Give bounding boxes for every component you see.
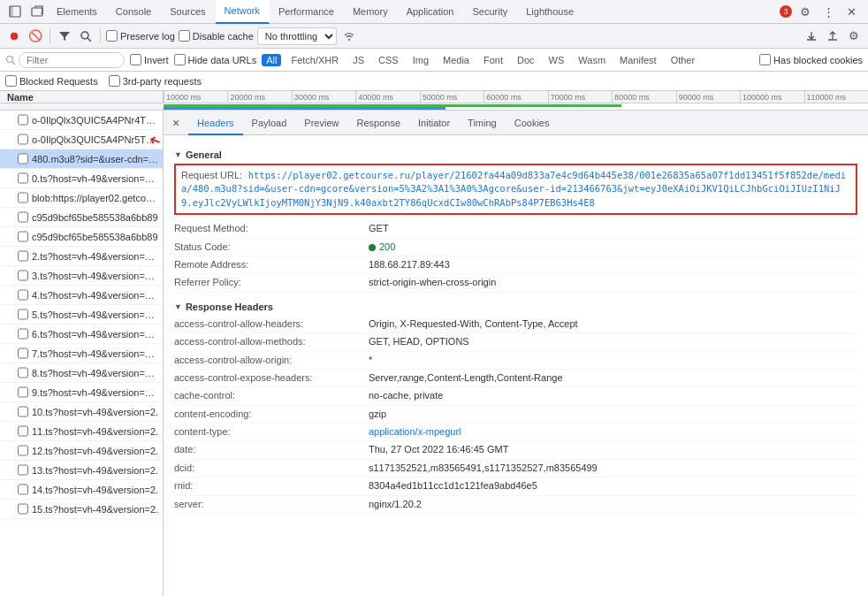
request-item-8[interactable]: 3.ts?host=vh-49&version=2&. <box>0 266 163 286</box>
filter-type-css[interactable]: CSS <box>374 54 403 66</box>
request-check-0[interactable] <box>18 114 28 126</box>
filter-type-font[interactable]: Font <box>479 54 507 66</box>
request-check-7[interactable] <box>18 250 28 262</box>
request-item-13[interactable]: 8.ts?host=vh-49&version=2&. <box>0 363 163 383</box>
request-item-0[interactable]: o-0IlpQlx3QUIC5A4PNr4TR... <box>0 111 163 130</box>
request-item-10[interactable]: 5.ts?host=vh-49&version=2&. <box>0 305 163 325</box>
filter-type-manifest[interactable]: Manifest <box>615 54 661 66</box>
filter-type-js[interactable]: JS <box>348 54 369 66</box>
request-check-2[interactable] <box>18 153 28 164</box>
request-item-2[interactable]: 480.m3u8?sid=&user-cdn=g... <box>0 149 163 169</box>
has-blocked-checkbox[interactable] <box>759 54 771 65</box>
tab-security[interactable]: Security <box>463 0 517 24</box>
request-check-19[interactable] <box>18 484 28 495</box>
request-item-6[interactable]: c95d9bcf65be585538a6bb89 <box>0 227 163 247</box>
disable-cache-label[interactable]: Disable cache <box>179 30 254 42</box>
detail-tab-timing[interactable]: Timing <box>459 111 506 135</box>
request-item-11[interactable]: 6.ts?host=vh-49&version=2&. <box>0 325 163 344</box>
request-item-5[interactable]: c95d9bcf65be585538a6bb89 <box>0 208 163 227</box>
tab-sources[interactable]: Sources <box>161 0 215 24</box>
request-url-value[interactable]: https://player02.getcourse.ru/player/216… <box>181 170 846 208</box>
network-conditions-icon[interactable] <box>340 27 358 45</box>
general-section-header[interactable]: ▼ General <box>174 149 857 160</box>
request-item-20[interactable]: 15.ts?host=vh-49&version=2. <box>0 500 163 519</box>
filter-input[interactable] <box>19 52 125 68</box>
request-check-8[interactable] <box>18 270 28 281</box>
request-check-9[interactable] <box>18 289 28 301</box>
request-check-1[interactable] <box>18 134 28 145</box>
filter-type-doc[interactable]: Doc <box>513 54 539 66</box>
preserve-log-label[interactable]: Preserve log <box>106 30 175 42</box>
request-item-4[interactable]: blob:https://player02.getcour... <box>0 188 163 208</box>
import-btn[interactable] <box>803 27 820 45</box>
request-item-17[interactable]: 12.ts?host=vh-49&version=2. <box>0 441 163 461</box>
request-check-18[interactable] <box>18 464 28 476</box>
third-party-checkbox[interactable] <box>109 75 120 87</box>
tab-elements[interactable]: Elements <box>48 0 107 24</box>
tab-network[interactable]: Network <box>216 0 270 24</box>
hide-data-urls-checkbox[interactable] <box>174 54 186 65</box>
detail-tab-payload[interactable]: Payload <box>243 111 296 135</box>
settings-network-btn[interactable]: ⚙ <box>845 27 863 45</box>
request-check-13[interactable] <box>18 367 28 378</box>
response-headers-section-header[interactable]: ▼ Response Headers <box>174 302 857 312</box>
request-item-16[interactable]: 11.ts?host=vh-49&version=2. <box>0 422 163 441</box>
detail-tab-headers[interactable]: Headers <box>188 111 243 135</box>
request-item-9[interactable]: 4.ts?host=vh-49&version=2&. <box>0 286 163 305</box>
request-check-16[interactable] <box>18 425 28 437</box>
tab-application[interactable]: Application <box>398 0 464 24</box>
request-item-12[interactable]: 7.ts?host=vh-49&version=2&. <box>0 344 163 363</box>
record-btn[interactable]: ⏺ <box>5 27 23 45</box>
request-check-12[interactable] <box>18 348 28 359</box>
request-check-10[interactable] <box>18 309 28 320</box>
blocked-requests-label[interactable]: Blocked Requests <box>5 75 98 87</box>
timeline-bar[interactable] <box>0 103 868 111</box>
filter-type-ws[interactable]: WS <box>544 54 569 66</box>
request-item-3[interactable]: 0.ts?host=vh-49&version=2&. <box>0 169 163 188</box>
tab-performance[interactable]: Performance <box>270 0 344 24</box>
invert-label[interactable]: Invert <box>130 54 169 65</box>
detail-tab-cookies[interactable]: Cookies <box>506 111 559 135</box>
request-check-3[interactable] <box>18 172 28 184</box>
invert-checkbox[interactable] <box>130 54 141 65</box>
filter-type-all[interactable]: All <box>262 54 281 66</box>
request-check-6[interactable] <box>18 231 28 242</box>
request-item-19[interactable]: 14.ts?host=vh-49&version=2. <box>0 480 163 500</box>
third-party-label[interactable]: 3rd-party requests <box>109 75 202 87</box>
tab-memory[interactable]: Memory <box>344 0 398 24</box>
preserve-log-checkbox[interactable] <box>106 30 118 42</box>
close-devtools-btn[interactable]: ✕ <box>841 2 861 21</box>
filter-type-img[interactable]: Img <box>408 54 433 66</box>
request-item-18[interactable]: 13.ts?host=vh-49&version=2. <box>0 461 163 480</box>
detail-tab-initiator[interactable]: Initiator <box>409 111 459 135</box>
detail-tab-response[interactable]: Response <box>347 111 409 135</box>
request-check-5[interactable] <box>18 211 28 223</box>
detail-tab-preview[interactable]: Preview <box>295 111 347 135</box>
request-item-14[interactable]: 9.ts?host=vh-49&version=2&. <box>0 383 163 402</box>
settings-icon-btn[interactable]: ⚙ <box>796 2 815 21</box>
request-item-7[interactable]: 2.ts?host=vh-49&version=2&. <box>0 247 163 266</box>
request-item-15[interactable]: 10.ts?host=vh-49&version=2. <box>0 402 163 422</box>
filter-type-wasm[interactable]: Wasm <box>574 54 610 66</box>
detail-close-btn[interactable]: × <box>167 114 185 132</box>
tab-lighthouse[interactable]: Lighthouse <box>517 0 583 24</box>
blocked-requests-checkbox[interactable] <box>5 75 17 87</box>
tab-dock-icon[interactable] <box>4 0 27 24</box>
disable-cache-checkbox[interactable] <box>179 30 190 42</box>
tab-console[interactable]: Console <box>107 0 161 24</box>
clear-btn[interactable]: 🚫 <box>27 27 44 45</box>
tab-undock-icon[interactable] <box>27 0 48 24</box>
request-item-1[interactable]: o-0IlpQlx3QUIC5A4PNr5TR... ➜ <box>0 130 163 149</box>
request-check-20[interactable] <box>18 503 28 515</box>
request-check-15[interactable] <box>18 406 28 417</box>
request-check-4[interactable] <box>18 192 28 203</box>
filter-icon-btn[interactable] <box>56 27 73 45</box>
request-check-14[interactable] <box>18 386 28 398</box>
request-check-17[interactable] <box>18 445 28 456</box>
search-icon-btn[interactable] <box>77 27 95 45</box>
throttle-select[interactable]: No throttling <box>257 27 337 45</box>
filter-type-media[interactable]: Media <box>438 54 474 66</box>
request-check-11[interactable] <box>18 328 28 340</box>
export-btn[interactable] <box>824 27 841 45</box>
filter-type-fetch-xhr[interactable]: Fetch/XHR <box>286 54 343 66</box>
